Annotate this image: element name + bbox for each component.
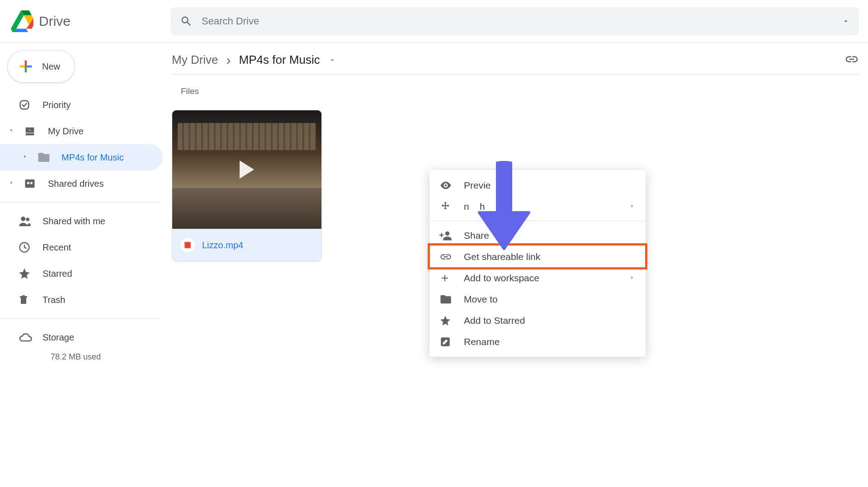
chevron-right-icon: › [226, 52, 231, 68]
sidebar-item-mydrive[interactable]: My Drive [0, 118, 163, 144]
sidebar-item-label: Shared drives [48, 179, 104, 189]
svg-point-7 [26, 218, 30, 222]
new-button[interactable]: New [7, 50, 75, 83]
sidebar-item-label: Starred [42, 269, 72, 279]
caret-right-icon [8, 180, 14, 186]
search-input[interactable] [202, 15, 842, 27]
folder-move-icon [439, 293, 452, 306]
drive-logo-icon [9, 10, 33, 32]
menu-label: Add to workspace [464, 273, 539, 284]
svg-point-10 [445, 231, 449, 235]
video-file-icon [180, 238, 195, 252]
breadcrumb: My Drive › MP4s for Music [172, 52, 336, 68]
link-icon [844, 52, 859, 66]
svg-point-4 [27, 182, 29, 184]
logo-section[interactable]: Drive [9, 10, 171, 32]
menu-rename[interactable]: Rename [429, 331, 646, 352]
main: New Priority My Drive MP4s for Music Sha… [0, 43, 868, 487]
svg-point-5 [30, 182, 33, 184]
files-section-label: Files [181, 86, 859, 96]
sidebar-item-shared-with-me[interactable]: Shared with me [0, 208, 163, 234]
menu-label: Get shareable link [464, 251, 540, 262]
file-thumbnail [172, 110, 321, 229]
sidebar-item-label: Recent [42, 242, 71, 253]
folder-icon [37, 151, 51, 164]
eye-icon [439, 179, 452, 192]
pencil-icon [439, 336, 451, 348]
person-add-icon [439, 229, 452, 242]
menu-divider [429, 221, 646, 221]
breadcrumb-current[interactable]: MP4s for Music [239, 53, 320, 67]
sidebar-item-trash[interactable]: Trash [0, 287, 163, 313]
breadcrumb-root[interactable]: My Drive [172, 53, 218, 67]
sidebar-item-label: My Drive [48, 126, 84, 137]
shared-drive-icon [24, 177, 36, 190]
sidebar-item-storage[interactable]: Storage [0, 324, 163, 350]
priority-icon [18, 99, 31, 111]
menu-add-starred[interactable]: Add to Starred [429, 310, 646, 331]
clock-icon [18, 241, 31, 254]
search-icon [180, 15, 193, 28]
file-footer: Lizzo.mp4 [172, 229, 321, 261]
chevron-right-icon [628, 203, 636, 210]
svg-point-6 [21, 217, 25, 221]
menu-open-with[interactable]: n h [429, 196, 646, 217]
new-button-label: New [42, 61, 60, 72]
storage-used-text: 78.2 MB used [0, 352, 163, 362]
move-arrows-icon [439, 201, 451, 213]
trash-icon [18, 293, 29, 306]
menu-label: n h [464, 201, 485, 212]
search-bar[interactable] [171, 7, 859, 35]
divider [0, 318, 160, 319]
sidebar-item-label: Shared with me [42, 216, 105, 227]
menu-label: Previe [464, 180, 491, 191]
context-menu: Previe n h Share Get shareable link Add … [429, 170, 646, 357]
svg-rect-3 [25, 180, 35, 188]
caret-down-icon[interactable] [328, 56, 336, 64]
app-name: Drive [39, 14, 71, 29]
caret-down-icon [8, 127, 14, 133]
get-link-button[interactable] [844, 52, 859, 68]
cloud-icon [18, 330, 33, 345]
svg-rect-1 [26, 133, 34, 136]
content: My Drive › MP4s for Music Files [163, 43, 868, 487]
svg-rect-9 [22, 295, 25, 296]
menu-label: Share [464, 230, 489, 241]
sidebar-item-priority[interactable]: Priority [0, 92, 163, 118]
svg-point-2 [29, 130, 30, 131]
file-name: Lizzo.mp4 [202, 240, 243, 251]
chevron-right-icon [628, 274, 636, 281]
sidebar-item-mp4s[interactable]: MP4s for Music [0, 144, 163, 170]
menu-share[interactable]: Share [429, 225, 646, 246]
header: Drive [0, 0, 868, 43]
sidebar-item-label: Priority [42, 100, 71, 110]
sidebar-item-label: MP4s for Music [61, 152, 124, 163]
sidebar-item-starred[interactable]: Starred [0, 260, 163, 287]
play-icon [240, 161, 254, 179]
svg-rect-12 [497, 161, 511, 167]
star-icon [439, 315, 451, 326]
menu-get-shareable-link[interactable]: Get shareable link [429, 246, 646, 267]
sidebar: New Priority My Drive MP4s for Music Sha… [0, 43, 163, 487]
people-icon [18, 214, 32, 228]
menu-preview[interactable]: Previe [429, 175, 646, 196]
file-card[interactable]: Lizzo.mp4 [172, 110, 322, 262]
caret-right-icon [22, 153, 28, 160]
sidebar-item-recent[interactable]: Recent [0, 234, 163, 260]
divider [0, 202, 160, 203]
sidebar-item-shared-drives[interactable]: Shared drives [0, 170, 163, 197]
search-options-icon[interactable] [842, 17, 850, 25]
hard-drive-icon [24, 125, 36, 137]
sidebar-item-label: Storage [42, 332, 74, 343]
plus-icon [17, 57, 35, 76]
link-icon [439, 251, 452, 263]
sidebar-item-label: Trash [42, 295, 65, 305]
star-icon [18, 267, 31, 280]
menu-label: Add to Starred [464, 315, 525, 326]
plus-icon [439, 273, 450, 284]
menu-add-workspace[interactable]: Add to workspace [429, 267, 646, 288]
svg-rect-0 [20, 101, 29, 109]
menu-label: Move to [464, 294, 498, 305]
menu-move-to[interactable]: Move to [429, 288, 646, 310]
menu-label: Rename [464, 336, 500, 347]
